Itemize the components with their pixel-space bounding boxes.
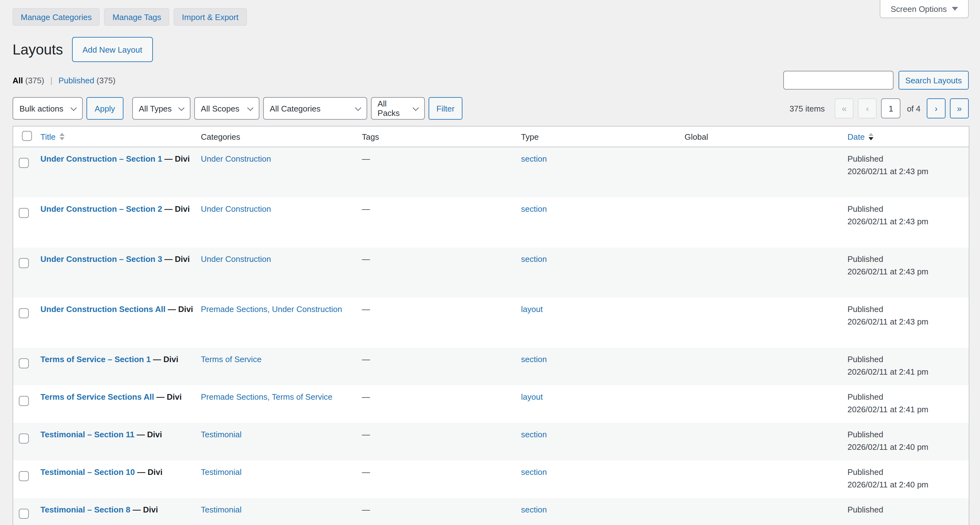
sort-by-title[interactable]: Title bbox=[40, 132, 64, 141]
sort-asc-icon bbox=[869, 133, 873, 136]
post-state-label: — Divi bbox=[165, 304, 193, 313]
search-input[interactable] bbox=[783, 71, 893, 89]
sort-by-date[interactable]: Date bbox=[848, 132, 873, 141]
post-state-label: — Divi bbox=[151, 354, 178, 364]
divi-toolbar: Manage Categories Manage Tags Import & E… bbox=[0, 0, 980, 26]
title-column-header: Title bbox=[40, 132, 56, 141]
type-link[interactable]: section bbox=[521, 430, 547, 439]
type-link[interactable]: section bbox=[521, 504, 547, 514]
sort-desc-icon bbox=[59, 137, 64, 140]
last-page-button[interactable]: » bbox=[950, 99, 969, 118]
status-label: Published bbox=[848, 204, 883, 213]
views-and-search-row: All (375) | Published (375) Search Layou… bbox=[13, 71, 969, 89]
layout-title-link[interactable]: Under Construction – Section 1 bbox=[40, 154, 162, 164]
category-links[interactable]: Testimonial bbox=[201, 430, 242, 439]
bulk-actions-value: Bulk actions bbox=[19, 104, 63, 113]
layout-title-link[interactable]: Testimonial – Section 11 bbox=[40, 430, 134, 439]
row-checkbox[interactable] bbox=[19, 208, 29, 218]
table-row: Testimonial – Section 8 — Divi Testimoni… bbox=[13, 498, 969, 525]
layout-title-link[interactable]: Under Construction – Section 2 bbox=[40, 204, 162, 213]
add-new-layout-button[interactable]: Add New Layout bbox=[72, 37, 153, 62]
tags-value: — bbox=[362, 154, 370, 164]
row-checkbox[interactable] bbox=[19, 158, 29, 168]
row-checkbox[interactable] bbox=[19, 258, 29, 268]
row-checkbox[interactable] bbox=[19, 508, 29, 519]
prev-page-button: ‹ bbox=[858, 99, 877, 118]
table-row: Under Construction – Section 3 — Divi Un… bbox=[13, 247, 969, 297]
tags-column-header: Tags bbox=[362, 126, 521, 147]
manage-categories-button[interactable]: Manage Categories bbox=[13, 8, 100, 26]
view-separator: | bbox=[50, 75, 52, 85]
import-export-button[interactable]: Import & Export bbox=[174, 8, 247, 26]
date-cell: Published 2026/02/11 at 2:43 pm bbox=[848, 297, 969, 347]
apply-button[interactable]: Apply bbox=[86, 97, 123, 120]
category-links[interactable]: Under Construction bbox=[201, 154, 271, 164]
category-links[interactable]: Premade Sections, Terms of Service bbox=[201, 392, 332, 401]
table-row: Under Construction – Section 1 — Divi Un… bbox=[13, 147, 969, 197]
filter-actions: Bulk actions Apply All Types All Scopes … bbox=[13, 97, 463, 120]
view-all-link[interactable]: All bbox=[13, 75, 23, 85]
row-checkbox[interactable] bbox=[19, 433, 29, 443]
category-links[interactable]: Under Construction bbox=[201, 254, 271, 263]
select-all-checkbox[interactable] bbox=[22, 130, 32, 141]
global-value bbox=[684, 247, 848, 297]
type-link[interactable]: section bbox=[521, 204, 547, 213]
types-filter-select[interactable]: All Types bbox=[132, 97, 190, 120]
total-pages-label: of 4 bbox=[905, 104, 922, 113]
packs-filter-select[interactable]: All Packs bbox=[371, 97, 425, 120]
type-link[interactable]: section bbox=[521, 467, 547, 476]
table-header-row: Title Categories Tags Type Global Date bbox=[13, 126, 969, 147]
post-state-label: — Divi bbox=[162, 254, 190, 263]
page-title: Layouts bbox=[13, 40, 63, 59]
status-label: Published bbox=[848, 254, 883, 263]
bulk-actions-select[interactable]: Bulk actions bbox=[13, 97, 83, 120]
layout-title-link[interactable]: Under Construction Sections All bbox=[40, 304, 165, 313]
layout-title-link[interactable]: Testimonial – Section 10 bbox=[40, 467, 135, 476]
global-value bbox=[684, 147, 848, 197]
row-checkbox[interactable] bbox=[19, 396, 29, 406]
row-checkbox[interactable] bbox=[19, 308, 29, 318]
view-published-link[interactable]: Published bbox=[59, 75, 94, 85]
sort-arrows-icon bbox=[869, 133, 873, 140]
row-checkbox[interactable] bbox=[19, 471, 29, 481]
type-link[interactable]: layout bbox=[521, 392, 542, 401]
type-link[interactable]: section bbox=[521, 254, 547, 263]
type-link[interactable]: section bbox=[521, 354, 547, 364]
current-page-input[interactable] bbox=[881, 99, 901, 118]
tags-value: — bbox=[362, 354, 370, 364]
tags-value: — bbox=[362, 254, 370, 263]
category-links[interactable]: Testimonial bbox=[201, 467, 242, 476]
view-filter-links: All (375) | Published (375) bbox=[13, 75, 116, 85]
status-label: Published bbox=[848, 354, 883, 364]
type-link[interactable]: section bbox=[521, 154, 547, 164]
layout-title-link[interactable]: Terms of Service – Section 1 bbox=[40, 354, 151, 364]
tags-value: — bbox=[362, 392, 370, 401]
chevron-down-icon bbox=[355, 104, 361, 111]
layout-title-link[interactable]: Terms of Service Sections All bbox=[40, 392, 154, 401]
chevron-down-icon bbox=[178, 104, 184, 111]
post-state-label: — Divi bbox=[134, 430, 162, 439]
scopes-filter-select[interactable]: All Scopes bbox=[194, 97, 259, 120]
manage-tags-button[interactable]: Manage Tags bbox=[104, 8, 170, 26]
status-label: Published bbox=[848, 467, 883, 476]
tags-value: — bbox=[362, 204, 370, 213]
category-links[interactable]: Under Construction bbox=[201, 204, 271, 213]
layout-title-link[interactable]: Testimonial – Section 8 bbox=[40, 504, 130, 514]
table-row: Terms of Service – Section 1 — Divi Term… bbox=[13, 347, 969, 385]
layout-title-link[interactable]: Under Construction – Section 3 bbox=[40, 254, 162, 263]
category-links[interactable]: Testimonial bbox=[201, 504, 242, 514]
items-count: 375 items bbox=[789, 104, 825, 113]
category-links[interactable]: Premade Sections, Under Construction bbox=[201, 304, 342, 313]
type-link[interactable]: layout bbox=[521, 304, 542, 313]
view-published-count: (375) bbox=[97, 75, 116, 85]
next-page-button[interactable]: › bbox=[927, 99, 945, 118]
categories-filter-select[interactable]: All Categories bbox=[263, 97, 367, 120]
filter-button[interactable]: Filter bbox=[428, 97, 463, 120]
tags-value: — bbox=[362, 304, 370, 313]
status-label: Published bbox=[848, 154, 883, 164]
screen-options-toggle[interactable]: Screen Options bbox=[880, 0, 969, 18]
search-layouts-button[interactable]: Search Layouts bbox=[898, 71, 969, 89]
row-checkbox[interactable] bbox=[19, 358, 29, 368]
date-column-header: Date bbox=[848, 132, 865, 141]
category-links[interactable]: Terms of Service bbox=[201, 354, 262, 364]
